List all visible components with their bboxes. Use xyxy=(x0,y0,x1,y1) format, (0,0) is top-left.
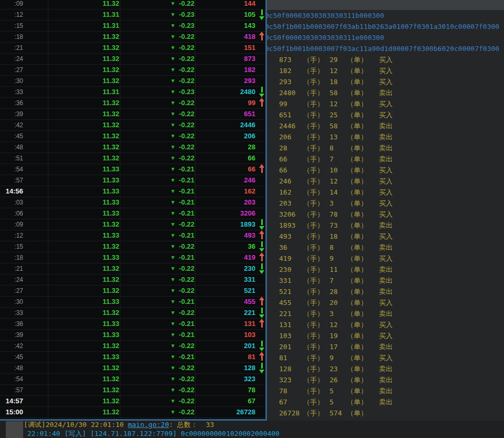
trade-volume: 103 xyxy=(279,330,291,341)
tick-row[interactable]: :12 11.31 ▼ -0.23 105 xyxy=(0,9,265,21)
trade-orders: 28 xyxy=(330,286,338,297)
trade-orders: 17 xyxy=(330,341,338,352)
trade-volume: 78 xyxy=(279,385,287,396)
tick-row[interactable]: :24 11.32 ▼ -0.22 873 xyxy=(0,54,265,65)
tick-row[interactable]: :18 11.33 ▼ -0.21 419 xyxy=(0,252,265,263)
source-link[interactable]: main.go:20 xyxy=(128,421,169,429)
hex-log-line: 0c50f1b001b0003007f03ab11b0263a01007f030… xyxy=(267,21,504,32)
tick-time: :54 xyxy=(0,374,23,384)
trade-volume: 203 xyxy=(279,198,291,209)
tick-row[interactable]: :03 11.33 ▼ -0.21 203 xyxy=(0,197,265,208)
tick-row[interactable]: 14:56 11.33 ▼ -0.21 162 xyxy=(0,186,265,197)
tick-row[interactable]: :42 11.32 ▼ -0.22 2446 xyxy=(0,120,265,131)
tick-row[interactable]: :09 11.32 ▼ -0.22 144 xyxy=(0,0,265,9)
trade-orders-label: （单） xyxy=(347,341,367,352)
tick-row[interactable]: :51 11.32 ▼ -0.22 66 xyxy=(0,153,265,164)
tick-volume: 103 xyxy=(244,330,255,340)
trade-log-line: 246 （手） 12 （单） 买入 xyxy=(267,176,504,187)
tick-row[interactable]: :42 11.32 ▼ -0.22 201 xyxy=(0,341,265,352)
trade-lots-label: （手） xyxy=(303,120,324,131)
trade-lots-label: （手） xyxy=(303,209,324,220)
tick-row[interactable]: :36 11.33 ▼ -0.21 131 xyxy=(0,319,265,330)
tick-change: -0.22 xyxy=(179,98,194,108)
tick-row[interactable]: :36 11.32 ▼ -0.22 99 xyxy=(0,98,265,109)
tick-row[interactable]: :48 11.32 ▼ -0.22 28 xyxy=(0,142,265,153)
down-triangle-icon: ▼ xyxy=(169,197,177,208)
tick-row[interactable]: 14:57 11.32 ▼ -0.22 67 xyxy=(0,396,265,407)
tick-row[interactable]: :57 11.32 ▼ -0.22 78 xyxy=(0,385,265,396)
debug-log-line: [调试]2024/10/30 22:01:10 main.go:20: 总数： … xyxy=(24,420,214,429)
tick-change: -0.21 xyxy=(179,330,194,340)
tick-row[interactable]: :39 11.33 ▼ -0.21 103 xyxy=(0,330,265,341)
tick-row[interactable]: :45 11.32 ▼ -0.22 206 xyxy=(0,131,265,142)
tick-row[interactable]: :33 11.32 ▼ -0.22 221 xyxy=(0,308,265,319)
tick-row[interactable]: :15 11.31 ▼ -0.23 143 xyxy=(0,21,265,32)
tick-volume: 418 xyxy=(244,32,255,42)
tick-row[interactable]: :54 11.33 ▼ -0.21 66 xyxy=(0,164,265,175)
trade-volume: 230 xyxy=(279,264,291,275)
tick-row[interactable]: :09 11.32 ▼ -0.22 1893 xyxy=(0,219,265,230)
price-direction-arrow xyxy=(259,363,264,373)
tick-change: -0.22 xyxy=(179,241,194,252)
trade-lots-label: （手） xyxy=(303,231,324,242)
trade-orders: 29 xyxy=(330,54,338,65)
down-triangle-icon: ▼ xyxy=(169,274,177,285)
tick-row[interactable]: :21 11.32 ▼ -0.22 230 xyxy=(0,263,265,274)
down-triangle-icon: ▼ xyxy=(169,286,177,296)
tick-price: 11.32 xyxy=(102,109,119,119)
price-direction-arrow xyxy=(259,98,264,108)
tick-price: 11.33 xyxy=(102,186,119,197)
tick-price: 11.32 xyxy=(102,76,119,86)
tick-row[interactable]: :57 11.33 ▼ -0.21 246 xyxy=(0,175,265,186)
tick-row[interactable]: :06 11.33 ▼ -0.21 3206 xyxy=(0,208,265,219)
tick-row[interactable]: :12 11.33 ▼ -0.21 493 xyxy=(0,230,265,241)
tick-price: 11.31 xyxy=(102,9,119,20)
trade-direction: 卖出 xyxy=(379,275,393,286)
tick-row[interactable]: :30 11.32 ▼ -0.22 293 xyxy=(0,76,265,87)
tick-time: :21 xyxy=(0,263,23,274)
tick-row[interactable]: 15:00 11.32 ▼ -0.22 26728 xyxy=(0,407,265,418)
price-direction-arrow xyxy=(259,87,264,97)
trade-direction: 买入 xyxy=(379,76,393,87)
trade-orders-label: （单） xyxy=(347,385,367,396)
debug-log-prefix: [调试]2024/10/30 22:01:10 xyxy=(24,421,128,429)
tick-change: -0.22 xyxy=(179,32,194,42)
tick-row[interactable]: :45 11.33 ▼ -0.21 81 xyxy=(0,352,265,363)
tick-row[interactable]: :48 11.32 ▼ -0.22 128 xyxy=(0,363,265,374)
tick-change: -0.22 xyxy=(179,363,194,373)
trade-volume: 128 xyxy=(279,363,291,374)
tick-row[interactable]: :27 11.32 ▼ -0.22 182 xyxy=(0,65,265,76)
tick-row[interactable]: :30 11.33 ▼ -0.21 455 xyxy=(0,297,265,308)
tick-volume: 221 xyxy=(244,308,255,318)
tick-row[interactable]: :15 11.32 ▼ -0.22 36 xyxy=(0,241,265,252)
tick-change: -0.22 xyxy=(179,43,194,53)
tick-row[interactable]: :54 11.32 ▼ -0.22 323 xyxy=(0,374,265,385)
tick-row[interactable]: :39 11.32 ▼ -0.22 651 xyxy=(0,109,265,120)
tick-change: -0.22 xyxy=(179,65,194,75)
tick-row[interactable]: :33 11.31 ▼ -0.23 2480 xyxy=(0,87,265,98)
tick-time: :48 xyxy=(0,363,23,373)
tick-time: :45 xyxy=(0,131,23,141)
down-triangle-icon: ▼ xyxy=(169,76,177,86)
tick-volume: 151 xyxy=(244,43,255,53)
tick-time: :30 xyxy=(0,297,23,307)
down-triangle-icon: ▼ xyxy=(169,252,177,263)
trade-volume: 81 xyxy=(279,352,287,363)
tick-time: :45 xyxy=(0,352,23,362)
tick-row[interactable]: :24 11.32 ▼ -0.22 331 xyxy=(0,274,265,286)
tick-volume: 331 xyxy=(244,274,255,285)
tick-time: :36 xyxy=(0,98,23,108)
scrollbar-thumb[interactable] xyxy=(6,421,23,438)
tick-price: 11.33 xyxy=(102,208,119,219)
trade-orders: 5 xyxy=(330,396,334,408)
tick-row[interactable]: :18 11.32 ▼ -0.22 418 xyxy=(0,32,265,43)
tick-time: :27 xyxy=(0,65,23,75)
tick-row[interactable]: :21 11.32 ▼ -0.22 151 xyxy=(0,43,265,54)
trade-volume: 651 xyxy=(279,109,291,120)
tick-change: -0.22 xyxy=(179,54,194,64)
tick-volume: 201 xyxy=(244,341,255,351)
trade-orders: 78 xyxy=(330,209,338,220)
tick-row[interactable]: :27 11.32 ▼ -0.22 521 xyxy=(0,286,265,297)
trade-log-line: 103 （手） 19 （单） 买入 xyxy=(267,330,504,341)
tick-volume: 67 xyxy=(248,396,255,406)
